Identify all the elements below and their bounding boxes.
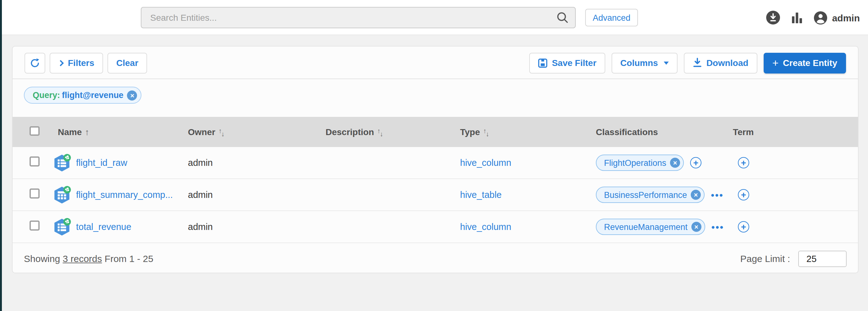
- remove-classification-icon[interactable]: [691, 222, 702, 232]
- table-row: total_revenue admin hive_column RevenueM…: [12, 211, 858, 243]
- hive-table-hexagon-icon: [52, 185, 72, 205]
- applied-filters-row: Query: flight@revenue: [12, 79, 858, 117]
- save-icon: [538, 58, 548, 67]
- user-avatar-icon: [813, 10, 828, 25]
- column-header-owner[interactable]: Owner: [188, 127, 215, 137]
- page-limit-input[interactable]: [798, 250, 847, 267]
- entity-type-link[interactable]: hive_table: [460, 190, 502, 200]
- sort-icon[interactable]: [483, 127, 489, 137]
- entity-name-link[interactable]: total_revenue: [76, 222, 131, 232]
- classification-tag[interactable]: BusinessPerformance: [596, 187, 705, 203]
- remove-query-filter-icon[interactable]: [127, 90, 137, 100]
- table-row: flight_summary_comp... admin hive_table …: [12, 179, 858, 211]
- top-navigation-bar: Advanced admin: [0, 0, 868, 35]
- search-match-highlight-box: revenue: [98, 222, 131, 232]
- query-tag-key: Query:: [33, 91, 60, 100]
- entity-type-icon: [52, 185, 72, 205]
- query-filter-tag[interactable]: Query: flight@revenue: [24, 87, 142, 104]
- column-header-description[interactable]: Description: [326, 127, 374, 137]
- sort-icon[interactable]: [377, 127, 383, 137]
- more-classifications-icon[interactable]: [712, 221, 724, 232]
- add-term-icon[interactable]: [738, 189, 749, 201]
- records-count-link[interactable]: 3 records: [63, 253, 102, 264]
- refresh-icon: [30, 58, 40, 68]
- row-checkbox[interactable]: [30, 189, 39, 198]
- add-classification-icon[interactable]: [690, 157, 702, 168]
- filters-button[interactable]: Filters: [50, 53, 103, 73]
- records-summary: Showing 3 records From 1 - 25: [24, 253, 153, 264]
- add-term-icon[interactable]: [738, 221, 749, 233]
- user-menu-button[interactable]: admin: [813, 10, 860, 25]
- owner-value: admin: [188, 222, 213, 232]
- download-circle-icon: [766, 10, 781, 25]
- filter-toolbar: Filters Clear Save Filter Columns: [12, 46, 858, 79]
- save-filter-button[interactable]: Save Filter: [529, 53, 605, 73]
- plus-icon: [772, 58, 778, 68]
- owner-value: admin: [188, 158, 213, 168]
- column-header-term: Term: [733, 127, 754, 137]
- row-checkbox[interactable]: [30, 221, 39, 230]
- entity-name-link[interactable]: flight_summary_comp...: [76, 190, 173, 200]
- table-header: Name Owner Description Type Classificati…: [12, 117, 858, 147]
- username-label: admin: [832, 12, 860, 23]
- owner-value: admin: [188, 190, 213, 200]
- sort-icon[interactable]: [218, 127, 224, 137]
- hive-column-hexagon-icon: [52, 153, 72, 173]
- entity-type-link[interactable]: hive_column: [460, 222, 511, 232]
- table-row: flight_id_raw admin hive_column FlightOp…: [12, 147, 858, 179]
- search-results-card: Filters Clear Save Filter Columns: [12, 46, 859, 273]
- classification-tag[interactable]: FlightOperations: [596, 155, 684, 171]
- chevron-right-icon: [58, 60, 64, 66]
- left-edge-strip: [0, 0, 2, 311]
- advanced-search-button[interactable]: Advanced: [585, 9, 638, 26]
- column-header-classifications: Classifications: [596, 127, 658, 137]
- create-entity-button[interactable]: Create Entity: [763, 53, 846, 73]
- select-all-checkbox[interactable]: [30, 126, 39, 136]
- search-icon[interactable]: [556, 11, 569, 24]
- entity-name-link[interactable]: flight_id_raw: [76, 158, 127, 168]
- entity-type-icon: [52, 217, 72, 237]
- caret-down-icon: [664, 61, 669, 64]
- entity-type-link[interactable]: hive_column: [460, 158, 511, 168]
- atlas-search-page: Advanced admin: [0, 0, 868, 311]
- entity-type-icon: [52, 153, 72, 173]
- download-button[interactable]: Download: [684, 53, 757, 73]
- hive-column-hexagon-icon: [52, 217, 72, 237]
- table-body: flight_id_raw admin hive_column FlightOp…: [12, 147, 858, 243]
- export-download-button[interactable]: [766, 10, 781, 25]
- search-match-highlight-box: flight: [76, 158, 95, 168]
- remove-classification-icon[interactable]: [691, 190, 701, 200]
- add-term-icon[interactable]: [738, 157, 749, 169]
- columns-dropdown-button[interactable]: Columns: [612, 53, 678, 73]
- column-header-type[interactable]: Type: [460, 127, 480, 137]
- classification-tag[interactable]: RevenueManagement: [596, 219, 705, 235]
- page-limit-label: Page Limit :: [740, 253, 790, 264]
- column-header-name[interactable]: Name: [58, 127, 82, 137]
- sort-ascending-icon[interactable]: [85, 127, 89, 137]
- row-checkbox[interactable]: [30, 157, 39, 166]
- table-footer: Showing 3 records From 1 - 25 Page Limit…: [12, 243, 858, 273]
- remove-classification-icon[interactable]: [670, 158, 680, 168]
- bar-chart-icon: [792, 12, 802, 23]
- clear-button[interactable]: Clear: [107, 53, 147, 73]
- statistics-button[interactable]: [792, 12, 802, 23]
- query-tag-value: flight@revenue: [62, 91, 124, 100]
- search-match-highlight-box: flight: [76, 190, 95, 200]
- download-icon: [693, 58, 702, 68]
- more-classifications-icon[interactable]: [711, 189, 724, 200]
- refresh-button[interactable]: [25, 53, 45, 73]
- search-input[interactable]: [141, 7, 576, 28]
